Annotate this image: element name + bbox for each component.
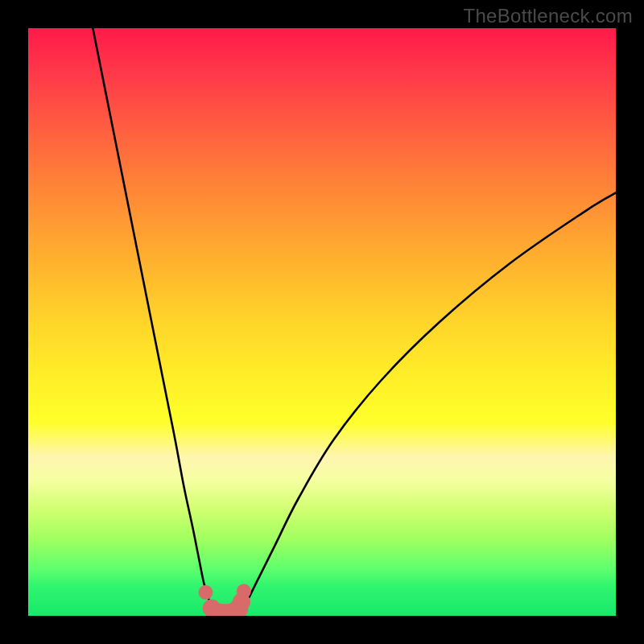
right-curve (240, 192, 616, 613)
chart-frame: TheBottleneck.com (0, 0, 644, 644)
highlight-dot (198, 585, 213, 600)
plot-area (28, 28, 616, 616)
watermark-text: TheBottleneck.com (463, 5, 633, 27)
highlight-dot (237, 584, 251, 598)
left-curve (93, 28, 215, 613)
highlight-dots (198, 584, 250, 616)
chart-svg (28, 28, 616, 616)
